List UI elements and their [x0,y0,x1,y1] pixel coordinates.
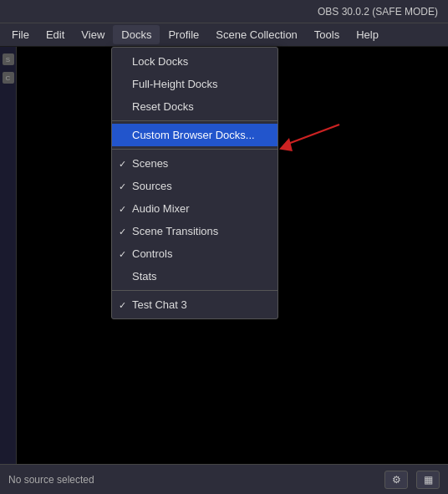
separator-2 [112,149,277,150]
left-sidebar: S C [0,47,17,464]
menu-scene-collection[interactable]: Scene Collection [207,25,306,44]
menu-audio-mixer[interactable]: ✓ Audio Mixer [112,197,277,220]
sidebar-icon-2: C [3,72,14,84]
title-bar: OBS 30.0.2 (SAFE MODE) [0,0,448,23]
check-test-chat-3: ✓ [119,299,126,310]
status-text: No source selected [8,474,376,486]
menu-edit[interactable]: Edit [38,25,73,44]
menu-view[interactable]: View [73,25,113,44]
arrow-pointer [276,121,343,155]
menu-full-height-docks[interactable]: Full-Height Docks [112,73,277,95]
title-text: OBS 30.0.2 (SAFE MODE) [318,6,438,18]
docks-dropdown: Lock Docks Full-Height Docks Reset Docks… [111,47,278,319]
gear-icon: ⚙ [392,474,401,486]
menu-reset-docks[interactable]: Reset Docks [112,95,277,118]
menu-test-chat-3[interactable]: ✓ Test Chat 3 [112,293,277,316]
menu-help[interactable]: Help [348,25,387,44]
check-scenes: ✓ [119,158,126,169]
settings-button[interactable]: ⚙ [384,471,408,489]
status-bar: No source selected ⚙ ▦ [0,464,448,494]
menu-file[interactable]: File [3,25,38,44]
svg-marker-1 [279,138,293,151]
sidebar-icon-1: S [3,53,14,65]
check-audio-mixer: ✓ [119,203,126,214]
menu-profile[interactable]: Profile [160,25,207,44]
menu-controls[interactable]: ✓ Controls [112,242,277,265]
svg-line-0 [286,125,339,145]
menu-bar: File Edit View Docks Profile Scene Colle… [0,23,448,47]
separator-3 [112,290,277,291]
menu-tools[interactable]: Tools [306,25,348,44]
check-scene-transitions: ✓ [119,226,126,237]
check-controls: ✓ [119,248,126,259]
layout-button[interactable]: ▦ [416,471,440,489]
check-sources: ✓ [119,181,126,191]
menu-custom-browser-docks[interactable]: Custom Browser Docks... [112,124,277,146]
separator-1 [112,120,277,121]
menu-sources[interactable]: ✓ Sources [112,175,277,197]
menu-stats[interactable]: Stats [112,265,277,288]
menu-lock-docks[interactable]: Lock Docks [112,50,277,73]
menu-docks[interactable]: Docks [113,25,160,44]
layout-icon: ▦ [424,474,433,486]
menu-scenes[interactable]: ✓ Scenes [112,152,277,175]
menu-scene-transitions[interactable]: ✓ Scene Transitions [112,220,277,242]
